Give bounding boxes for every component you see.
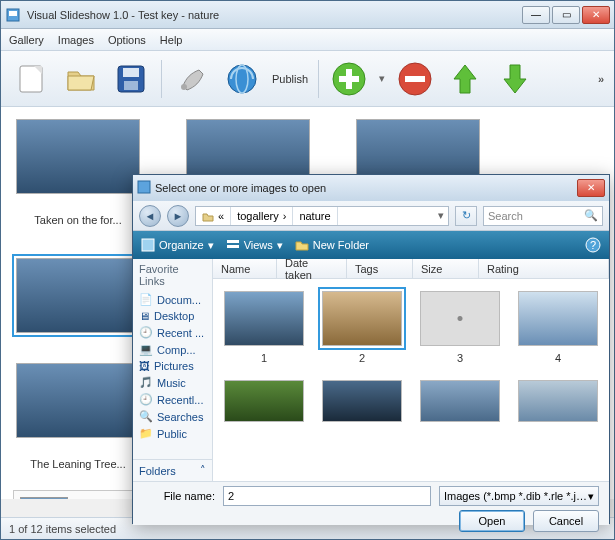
favorite-link[interactable]: 🔍Searches [133, 408, 212, 425]
col-rating[interactable]: Rating [479, 259, 609, 278]
filetype-filter[interactable]: Images (*.bmp *.dib *.rle *.jpg *▾ [439, 486, 599, 506]
svg-rect-17 [138, 181, 150, 193]
add-dropdown-icon[interactable]: ▾ [379, 72, 385, 85]
thumbnail-item[interactable]: The Leaning Tree... [13, 363, 143, 470]
svg-rect-14 [405, 76, 425, 82]
dialog-footer: File name: Images (*.bmp *.dib *.rle *.j… [133, 481, 609, 525]
file-item[interactable] [317, 380, 407, 422]
col-date[interactable]: Date taken [277, 259, 347, 278]
add-button[interactable] [329, 59, 369, 99]
menu-images[interactable]: Images [58, 34, 94, 46]
save-button[interactable] [111, 59, 151, 99]
dialog-app-icon [137, 180, 151, 196]
thumbnail-item[interactable] [13, 258, 143, 333]
file-item[interactable]: 4 [513, 291, 603, 364]
dialog-title: Select one or more images to open [155, 182, 577, 194]
file-panel: Name Date taken Tags Size Rating 1 2 3 4 [213, 259, 609, 481]
svg-rect-6 [124, 81, 138, 90]
file-item[interactable] [513, 380, 603, 422]
thumbnail-caption: The Leaning Tree... [13, 458, 143, 470]
search-input[interactable]: Search 🔍 [483, 206, 603, 226]
svg-text:?: ? [590, 239, 596, 251]
properties-line1: Sanity Ca [78, 497, 126, 499]
new-page-button[interactable] [11, 59, 51, 99]
svg-rect-5 [123, 68, 139, 77]
properties-text: Sanity Ca Interestin [78, 497, 126, 499]
cancel-button[interactable]: Cancel [533, 510, 599, 532]
favorite-link[interactable]: 🖥Desktop [133, 308, 212, 324]
thumbnail-image [16, 119, 140, 194]
nav-back-button[interactable]: ◄ [139, 205, 161, 227]
publish-button[interactable] [222, 59, 262, 99]
svg-rect-18 [142, 239, 154, 251]
file-grid: 1 2 3 4 [213, 279, 609, 481]
dialog-toolbar: Organize ▾ Views ▾ New Folder ? [133, 231, 609, 259]
file-item[interactable] [415, 380, 505, 422]
svg-point-8 [228, 65, 256, 93]
thumbnail-image [16, 258, 140, 333]
open-folder-button[interactable] [61, 59, 101, 99]
column-header: Name Date taken Tags Size Rating [213, 259, 609, 279]
file-item[interactable]: 2 [317, 291, 407, 364]
file-item[interactable]: 3 [415, 291, 505, 364]
folders-toggle[interactable]: Folders˄ [133, 459, 212, 481]
close-button[interactable]: ✕ [582, 6, 610, 24]
new-folder-button[interactable]: New Folder [295, 238, 369, 252]
filename-input[interactable] [223, 486, 431, 506]
status-text: 1 of 12 items selected [9, 523, 116, 535]
menu-help[interactable]: Help [160, 34, 183, 46]
nav-forward-button[interactable]: ► [167, 205, 189, 227]
dialog-titlebar: Select one or more images to open ✕ [133, 175, 609, 201]
window-controls: — ▭ ✕ [522, 6, 610, 24]
refresh-button[interactable]: ↻ [455, 206, 477, 226]
move-up-button[interactable] [445, 59, 485, 99]
favorite-link[interactable]: 💻Comp... [133, 341, 212, 358]
app-icon [5, 7, 21, 23]
menu-gallery[interactable]: Gallery [9, 34, 44, 46]
favorite-link[interactable]: 📁Public [133, 425, 212, 442]
dialog-close-button[interactable]: ✕ [577, 179, 605, 197]
titlebar: Visual Slideshow 1.0 - Test key - nature… [1, 1, 614, 29]
breadcrumb-seg1[interactable]: togallery [237, 210, 279, 222]
window-title: Visual Slideshow 1.0 - Test key - nature [27, 9, 522, 21]
col-size[interactable]: Size [413, 259, 479, 278]
favorites-list: 📄Docum... 🖥Desktop 🕘Recent ... 💻Comp... … [133, 291, 212, 459]
svg-marker-15 [454, 65, 476, 93]
breadcrumb-seg2[interactable]: nature [299, 210, 330, 222]
favorite-link[interactable]: 🕘Recent ... [133, 324, 212, 341]
settings-button[interactable] [172, 59, 212, 99]
file-open-dialog: Select one or more images to open ✕ ◄ ► … [132, 174, 610, 524]
search-icon: 🔍 [584, 209, 598, 222]
favorite-link[interactable]: 🖼Pictures [133, 358, 212, 374]
favorites-panel: Favorite Links 📄Docum... 🖥Desktop 🕘Recen… [133, 259, 213, 481]
organize-button[interactable]: Organize ▾ [141, 238, 214, 252]
svg-rect-12 [339, 76, 359, 82]
dialog-nav: ◄ ► « togallery › nature ▾ ↻ Search 🔍 [133, 201, 609, 231]
file-item[interactable]: 1 [219, 291, 309, 364]
move-down-button[interactable] [495, 59, 535, 99]
minimize-button[interactable]: — [522, 6, 550, 24]
views-button[interactable]: Views ▾ [226, 238, 283, 252]
favorite-link[interactable]: 🎵Music [133, 374, 212, 391]
breadcrumb[interactable]: « togallery › nature ▾ [195, 206, 449, 226]
menubar: Gallery Images Options Help [1, 29, 614, 51]
thumbnail-item[interactable]: Taken on the for... [13, 119, 143, 226]
col-name[interactable]: Name [213, 259, 277, 278]
svg-rect-20 [227, 245, 239, 248]
svg-rect-19 [227, 240, 239, 243]
file-item[interactable] [219, 380, 309, 422]
col-tags[interactable]: Tags [347, 259, 413, 278]
help-button[interactable]: ? [585, 237, 601, 253]
open-button[interactable]: Open [459, 510, 525, 532]
favorites-header: Favorite Links [133, 259, 212, 291]
remove-button[interactable] [395, 59, 435, 99]
favorite-link[interactable]: 📄Docum... [133, 291, 212, 308]
svg-rect-1 [9, 11, 17, 16]
search-placeholder: Search [488, 210, 523, 222]
favorite-link[interactable]: 🕘Recentl... [133, 391, 212, 408]
maximize-button[interactable]: ▭ [552, 6, 580, 24]
toolbar: Publish ▾ » [1, 51, 614, 107]
menu-options[interactable]: Options [108, 34, 146, 46]
toolbar-overflow-icon[interactable]: » [598, 73, 604, 85]
publish-label: Publish [272, 73, 308, 85]
